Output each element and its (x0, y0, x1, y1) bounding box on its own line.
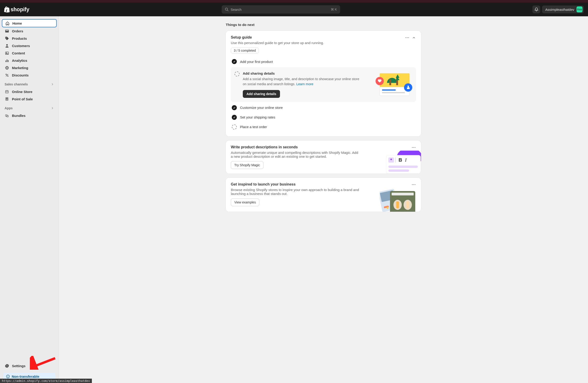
task-title: Add sharing details (243, 71, 372, 75)
add-sharing-details-button[interactable]: Add sharing details (243, 90, 280, 98)
more-actions-button[interactable] (405, 35, 410, 40)
magic-desc: Automatically generate unique and compel… (231, 151, 359, 159)
more-actions-button[interactable] (411, 182, 416, 187)
collapse-button[interactable] (412, 36, 416, 40)
task-title: Add your first product (240, 60, 273, 64)
sidebar-item-bundles[interactable]: Bundles (2, 112, 57, 119)
nav-label: Point of Sale (12, 97, 33, 101)
nav-label: Discounts (12, 73, 29, 77)
sidebar-item-analytics[interactable]: Analytics (2, 57, 57, 64)
sharing-illustration (376, 71, 412, 96)
sidebar-item-orders[interactable]: Orders (2, 27, 57, 35)
nav-label: Orders (12, 29, 23, 33)
svg-rect-28 (382, 92, 405, 93)
bars-icon (5, 58, 9, 63)
svg-point-32 (412, 147, 413, 148)
bundle-icon (5, 113, 9, 118)
svg-point-10 (7, 75, 8, 77)
svg-point-34 (415, 147, 415, 148)
more-actions-button[interactable] (411, 145, 416, 150)
setup-task[interactable]: Add your first product (231, 57, 416, 66)
sidebar-item-content[interactable]: Content (2, 49, 57, 57)
task-status-pending-icon (234, 71, 240, 77)
svg-point-15 (7, 100, 8, 100)
setup-guide-title: Setup guide (231, 35, 324, 40)
nav-label: Bundles (12, 114, 25, 118)
tag-icon (5, 36, 9, 41)
chevron-right-icon (51, 106, 54, 110)
gear-icon (5, 363, 9, 368)
try-magic-button[interactable]: Try Shopify Magic (231, 161, 263, 169)
search-input[interactable]: Search ⌘ K (222, 5, 340, 14)
svg-text:B: B (399, 157, 402, 163)
svg-rect-41 (388, 165, 418, 168)
task-title: Set your shipping rates (240, 115, 275, 119)
svg-point-1 (6, 44, 8, 46)
nav-label: Content (12, 51, 25, 55)
target-icon (5, 65, 9, 70)
view-examples-button[interactable]: View examples (231, 198, 259, 206)
svg-rect-27 (382, 89, 396, 91)
task-status-done-icon (232, 105, 237, 110)
svg-point-43 (412, 184, 413, 185)
avatar: Ass (577, 6, 583, 12)
learn-more-link[interactable]: Learn more (296, 82, 313, 86)
bell-icon (534, 7, 539, 12)
store-icon (5, 89, 9, 94)
sidebar-item-customers[interactable]: Customers (2, 42, 57, 49)
svg-point-21 (407, 37, 407, 38)
magic-title: Write product descriptions in seconds (231, 145, 359, 149)
sidebar-item-point-of-sale[interactable]: Point of Sale (2, 95, 57, 103)
setup-task[interactable]: Customize your online store (231, 103, 416, 113)
setup-task[interactable]: Place a test order (231, 122, 416, 132)
task-status-done-icon (232, 59, 237, 64)
store-switcher[interactable]: Assimpleasthatdev Ass (542, 5, 584, 13)
task-title: Customize your online store (240, 106, 283, 110)
setup-progress: 3 / 5 completed (231, 47, 259, 54)
svg-rect-4 (5, 60, 6, 62)
store-name: Assimpleasthatdev (545, 8, 574, 11)
svg-point-44 (413, 184, 414, 185)
info-icon (6, 375, 10, 378)
main-content: Things to do next Setup guide Use this p… (59, 16, 588, 383)
svg-rect-6 (8, 60, 8, 62)
shopify-logo[interactable]: shopify (4, 6, 29, 13)
nav-label: Marketing (12, 66, 28, 70)
home-icon (5, 21, 10, 25)
inspire-card: Get inspired to launch your business Bro… (226, 178, 421, 212)
svg-point-14 (6, 100, 7, 100)
sidebar-item-home[interactable]: Home (2, 19, 57, 27)
brand-text: shopify (11, 6, 29, 13)
magic-illustration: BI (382, 151, 421, 174)
setup-task-current[interactable]: Add sharing detailsAdd a social sharing … (231, 67, 416, 102)
setup-task[interactable]: Set your shipping rates (231, 113, 416, 122)
sales-channels-header[interactable]: Sales channels (2, 81, 57, 88)
nav-label: Analytics (12, 59, 27, 62)
task-title: Place a test order (240, 125, 267, 129)
svg-point-22 (408, 37, 409, 38)
sidebar-item-discounts[interactable]: Discounts (2, 71, 57, 79)
percent-icon (5, 73, 9, 77)
search-icon (225, 8, 229, 11)
browser-chrome-bar (0, 0, 588, 2)
setup-guide-card: Setup guide Use this personalized guide … (226, 31, 421, 136)
settings-link[interactable]: Settings (2, 362, 57, 369)
task-status-pending-icon (232, 124, 237, 129)
svg-rect-31 (407, 86, 409, 87)
setup-guide-subtitle: Use this personalized guide to get your … (231, 41, 324, 45)
svg-point-33 (413, 147, 414, 148)
svg-point-0 (225, 8, 228, 10)
sidebar-item-products[interactable]: Products (2, 35, 57, 42)
browser-status-url: https://admin.shopify.com/store/assimple… (0, 379, 92, 383)
inspire-illustration (380, 189, 417, 212)
apps-header[interactable]: Apps (2, 104, 57, 112)
notifications-button[interactable] (532, 5, 540, 13)
svg-rect-12 (6, 98, 8, 101)
sidebar: HomeOrdersProductsCustomersContentAnalyt… (0, 16, 59, 383)
sidebar-item-online-store[interactable]: Online Store (2, 88, 57, 95)
search-placeholder: Search (231, 8, 331, 11)
inbox-icon (5, 29, 9, 33)
inspire-title: Get inspired to launch your business (231, 182, 359, 186)
svg-rect-52 (396, 201, 399, 208)
sidebar-item-marketing[interactable]: Marketing (2, 64, 57, 71)
